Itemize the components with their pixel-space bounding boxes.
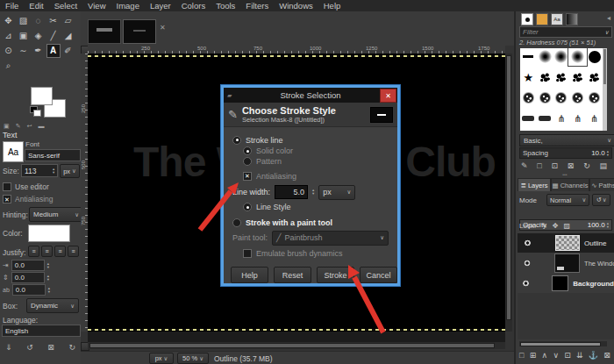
line-width-unit-dropdown[interactable]: px ∨ (318, 185, 355, 200)
smudge-tool-icon[interactable]: ∼ (17, 44, 31, 58)
layer-row-outline[interactable]: Outline (518, 233, 614, 253)
horizontal-scrollbar[interactable] (88, 342, 505, 349)
brush-thumbnail[interactable] (520, 48, 537, 65)
zoom-tool-icon[interactable]: ⌕ (2, 59, 16, 73)
tab-layers[interactable]: ≣ Layers (518, 178, 551, 191)
save-preset-icon[interactable]: ⇓ (5, 343, 12, 352)
letter-spacing-spinner[interactable]: ▴▾ (48, 287, 50, 294)
spin-down-icon[interactable]: ▾ (312, 192, 314, 196)
lock-alpha-icon[interactable]: ▨ (564, 222, 571, 230)
justify-fill-button[interactable]: ≡ (68, 246, 79, 257)
brush-thumbnail[interactable] (537, 111, 553, 127)
brush-filter-input[interactable]: Filter ∨ (519, 26, 612, 38)
brush-thumbnail[interactable] (537, 48, 553, 65)
edit-tab-icon[interactable]: ✎ (16, 123, 21, 130)
reset-tool-icon[interactable]: ↻ (68, 343, 75, 352)
lock-position-icon[interactable]: ✥ (553, 222, 559, 230)
text-color-swatch[interactable] (28, 225, 70, 242)
tab-channels[interactable]: ▦ Channels (551, 178, 589, 191)
opacity-spinner[interactable]: ▴▾ (607, 222, 609, 229)
spin-down-icon[interactable]: ▾ (53, 171, 54, 175)
image-tab-2[interactable] (123, 19, 156, 44)
menu-layer[interactable]: Layer (145, 1, 176, 11)
brush-thumbnail[interactable] (537, 69, 553, 86)
stroke-paint-tool-radio[interactable] (232, 218, 241, 227)
pattern-radio[interactable] (243, 157, 252, 166)
lock-pixels-icon[interactable]: ✎ (541, 222, 547, 230)
layer-name[interactable]: Background (573, 280, 614, 288)
layer-thumbnail[interactable] (555, 235, 580, 251)
foreground-color-swatch[interactable] (31, 87, 53, 105)
close-icon[interactable]: ✕ (380, 89, 396, 103)
free-select-tool-icon[interactable]: ◌ (32, 14, 46, 28)
stroke-line-radio[interactable] (232, 136, 241, 145)
minimize-tab-icon[interactable]: ▬ (38, 123, 44, 130)
fonts-tab-icon[interactable]: Aa (551, 13, 563, 25)
justify-right-button[interactable]: ≡ (41, 246, 53, 257)
image-tab-1[interactable] (88, 19, 121, 44)
font-picker-button[interactable]: Aa (3, 141, 24, 162)
vertical-scrollbar-thumb[interactable] (506, 55, 511, 320)
close-tab-icon[interactable]: ✕ (160, 24, 166, 32)
line-spacing-spinner[interactable]: ▴▾ (47, 275, 49, 282)
duplicate-layer-icon[interactable]: ⊡ (564, 351, 571, 360)
dock-grip[interactable]: ••• (516, 172, 614, 177)
emulate-dynamics-option[interactable]: Emulate brush dynamics (224, 247, 397, 259)
language-field[interactable]: English (2, 325, 81, 337)
restore-preset-icon[interactable]: ↺ (26, 343, 33, 352)
delete-preset-icon[interactable]: ⊠ (47, 343, 54, 352)
visibility-eye-icon[interactable] (523, 239, 532, 246)
layers-scrollbar[interactable] (519, 341, 607, 346)
refresh-brushes-icon[interactable]: ↻ (583, 161, 590, 170)
spacing-spinner[interactable]: ▴▾ (607, 150, 609, 157)
visibility-eye-icon[interactable] (523, 280, 529, 287)
edit-brush-icon[interactable]: ✎ (521, 161, 528, 170)
clone-tool-icon[interactable]: ▣ (17, 29, 31, 43)
antialias-row[interactable]: ✕ Antialiasing (3, 195, 53, 203)
scissors-tool-icon[interactable]: ✂ (46, 14, 61, 28)
layer-thumbnail[interactable] (554, 253, 580, 273)
visibility-eye-icon[interactable] (523, 260, 532, 267)
brush-thumbnail[interactable] (520, 89, 537, 106)
gradients-tab-icon[interactable] (566, 13, 578, 25)
crop-tool-icon[interactable]: ▱ (61, 14, 75, 28)
open-brush-icon[interactable]: ▤ (599, 161, 607, 170)
cancel-button[interactable]: Cancel (360, 267, 397, 283)
brush-thumbnail[interactable] (520, 111, 537, 127)
solid-color-radio[interactable] (243, 146, 252, 155)
menu-select[interactable]: Select (49, 1, 82, 11)
paintbrush-tool-icon[interactable]: ╱ (46, 29, 61, 43)
hinting-dropdown[interactable]: Medium ∨ (29, 207, 83, 222)
brush-thumbnail[interactable]: ★ (520, 69, 537, 86)
indent-input[interactable]: 0.0 (11, 260, 45, 271)
solid-color-option[interactable]: Solid color (224, 146, 397, 156)
letter-spacing-input[interactable]: 0.0 (12, 284, 46, 296)
brush-thumbnail[interactable] (586, 48, 603, 65)
mode-switch-dropdown[interactable]: ↺ ∨ (592, 194, 610, 206)
tab-paths[interactable]: ∿ Paths (589, 178, 614, 191)
spin-down-icon[interactable]: ▾ (47, 266, 49, 269)
pattern-option[interactable]: Pattern (224, 156, 397, 167)
paint-tool-dropdown[interactable]: ╱ Paintbrush ∨ (272, 231, 389, 246)
brush-thumbnail[interactable] (586, 69, 603, 86)
transform-tool-icon[interactable]: ⊿ (2, 29, 16, 43)
brush-thumbnail[interactable]: ⋔ (586, 111, 603, 127)
new-group-icon[interactable]: ⊞ (530, 351, 537, 360)
brush-thumbnail[interactable] (553, 48, 570, 65)
raise-layer-icon[interactable]: ∧ (542, 351, 548, 360)
spin-down-icon[interactable]: ▾ (607, 153, 609, 157)
menu-windows[interactable]: Windows (274, 1, 318, 11)
line-spacing-input[interactable]: 0.0 (11, 272, 45, 283)
layer-name[interactable]: Outline (584, 239, 606, 247)
indent-spinner[interactable]: ▴▾ (47, 262, 49, 269)
menu-edit[interactable]: Edit (24, 1, 48, 11)
menu-tools[interactable]: Tools (211, 1, 240, 11)
size-unit-dropdown[interactable]: px ∨ (60, 164, 80, 178)
duplicate-brush-icon[interactable]: ⊡ (552, 161, 559, 170)
anchor-layer-icon[interactable]: ⚓ (589, 351, 598, 360)
layer-thumbnail[interactable] (552, 275, 568, 291)
menu-view[interactable]: View (82, 1, 111, 11)
menu-file[interactable]: File (0, 1, 24, 11)
delete-layer-icon[interactable]: ⊠ (603, 351, 610, 360)
brush-thumbnail[interactable]: ⋔ (569, 111, 586, 127)
